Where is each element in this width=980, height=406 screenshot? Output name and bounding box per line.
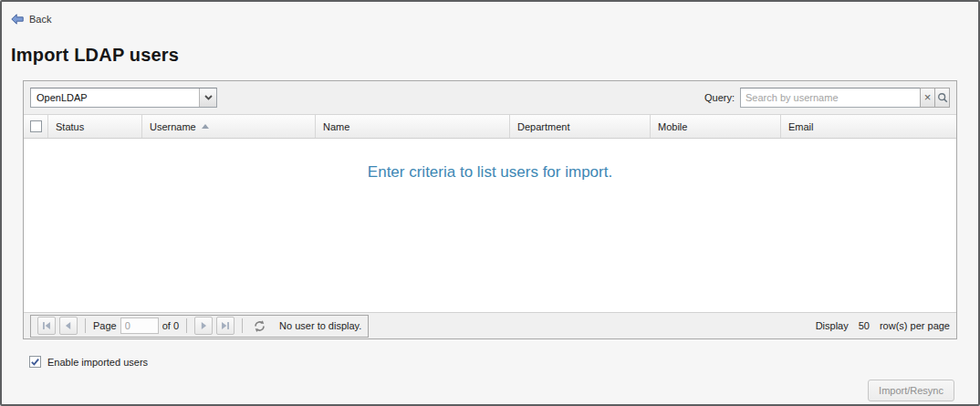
column-header-status[interactable]: Status	[48, 115, 142, 138]
column-header-email[interactable]: Email	[781, 115, 956, 138]
select-all-cell[interactable]	[24, 115, 48, 138]
empty-state-message: Enter criteria to list users for import.	[24, 163, 956, 182]
column-header-label: Status	[56, 121, 84, 132]
paging-controls-group: Page of 0	[30, 315, 369, 338]
search-button[interactable]	[934, 88, 950, 108]
search-input[interactable]	[740, 88, 921, 108]
ldap-users-grid-panel: OpenLDAP Query: ×	[23, 80, 957, 339]
next-page-button[interactable]	[194, 317, 213, 335]
refresh-icon	[253, 319, 266, 333]
sort-ascending-icon	[202, 124, 209, 129]
page-first-icon	[40, 319, 53, 332]
prev-page-button[interactable]	[59, 317, 78, 335]
separator	[85, 318, 86, 333]
back-label: Back	[29, 14, 51, 25]
back-button[interactable]: Back	[11, 14, 51, 25]
directory-server-select[interactable]: OpenLDAP	[30, 88, 217, 108]
page-prev-icon	[62, 319, 75, 332]
back-arrow-icon	[11, 14, 24, 25]
first-page-button[interactable]	[37, 317, 56, 335]
directory-server-dropdown-button[interactable]	[199, 88, 216, 107]
display-label: Display	[816, 320, 849, 331]
column-header-label: Username	[150, 121, 196, 132]
paging-toolbar: Page of 0	[24, 312, 956, 338]
import-resync-button[interactable]: Import/Resync	[868, 380, 954, 401]
column-header-mobile[interactable]: Mobile	[651, 115, 781, 138]
separator	[242, 318, 243, 333]
enable-imported-users-label: Enable imported users	[47, 357, 148, 368]
directory-server-value: OpenLDAP	[31, 88, 199, 107]
column-header-username[interactable]: Username	[142, 115, 316, 138]
page-title: Import LDAP users	[11, 45, 179, 66]
column-header-label: Name	[323, 121, 349, 132]
chevron-down-icon	[204, 95, 213, 100]
page-last-icon	[219, 319, 232, 332]
magnifier-icon	[937, 92, 948, 103]
clear-search-button[interactable]: ×	[920, 88, 935, 108]
enable-imported-users-option[interactable]: Enable imported users	[29, 356, 148, 368]
page-size-value[interactable]: 50	[859, 320, 870, 331]
page-number-input[interactable]	[120, 318, 159, 334]
column-header-label: Department	[517, 121, 569, 132]
import-ldap-users-page: { "back": { "label": "Back" }, "page": {…	[0, 0, 980, 406]
column-header-label: Email	[788, 121, 814, 132]
paging-status-text: No user to display.	[279, 320, 361, 331]
rows-per-page-label: row(s) per page	[880, 320, 950, 331]
checkmark-icon	[30, 357, 40, 367]
page-label: Page	[93, 320, 117, 331]
page-count-label: of 0	[162, 320, 179, 331]
separator	[186, 318, 187, 333]
table-body: Enter criteria to list users for import.	[24, 139, 956, 312]
column-header-name[interactable]: Name	[316, 115, 510, 138]
enable-imported-users-checkbox[interactable]	[29, 356, 41, 368]
last-page-button[interactable]	[216, 317, 235, 335]
column-header-label: Mobile	[658, 121, 687, 132]
page-next-icon	[197, 319, 210, 332]
query-label: Query:	[704, 92, 735, 103]
column-header-department[interactable]: Department	[510, 115, 651, 138]
display-rows-info: Display 50 row(s) per page	[816, 320, 950, 331]
table-header-row: Status Username Name Department Mobile E…	[24, 115, 956, 139]
grid-toolbar: OpenLDAP Query: ×	[24, 81, 956, 115]
select-all-checkbox[interactable]	[30, 120, 42, 132]
refresh-button[interactable]	[250, 317, 268, 335]
x-icon: ×	[924, 91, 932, 103]
